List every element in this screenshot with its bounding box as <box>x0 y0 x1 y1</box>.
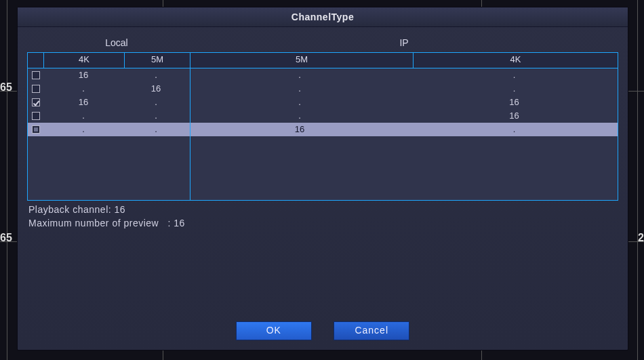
playback-value: 16 <box>115 204 126 215</box>
cell-local-5m: 16 <box>123 82 188 96</box>
cell-local-5m: . <box>123 109 188 123</box>
cell-ip-5m: 16 <box>188 123 411 136</box>
cancel-button[interactable]: Cancel <box>334 321 409 340</box>
playback-label: Playback channel: <box>28 204 111 215</box>
group-header-local: Local <box>43 37 190 52</box>
cell-local-5m: . <box>123 123 188 136</box>
channeltype-dialog: ChannelType Local IP 4K 5M 5M 4K 16 . . … <box>17 7 628 351</box>
cell-local-5m: . <box>123 96 188 109</box>
table-row[interactable]: . . 16 . <box>28 123 618 136</box>
cell-ip-5m: . <box>188 82 411 96</box>
info-block: Playback channel: 16 Maximum number of p… <box>28 204 185 231</box>
cell-ip-4k: . <box>411 123 618 136</box>
row-checkbox[interactable] <box>28 82 43 96</box>
col-header-ip-5m: 5M <box>190 53 414 68</box>
col-header-checkbox <box>28 53 44 68</box>
cell-local-4k: . <box>43 82 123 96</box>
preview-sep: : <box>167 218 170 228</box>
group-header-ip: IP <box>190 37 618 52</box>
dialog-button-row: OK Cancel <box>18 321 628 340</box>
cell-local-4k: 16 <box>43 96 123 109</box>
cell-ip-4k: . <box>411 68 618 82</box>
ok-button[interactable]: OK <box>236 321 312 340</box>
dialog-title: ChannelType <box>18 7 628 27</box>
row-checkbox[interactable] <box>28 123 43 136</box>
cell-ip-4k: . <box>411 82 618 96</box>
cell-local-4k: . <box>43 123 123 136</box>
cell-local-5m: . <box>123 68 188 82</box>
preview-label: Maximum number of preview <box>28 218 159 228</box>
row-checkbox[interactable] <box>28 109 43 123</box>
column-header-row: 4K 5M 5M 4K <box>27 52 618 68</box>
channel-table: Local IP 4K 5M 5M 4K 16 . . . . 16 . <box>27 37 618 201</box>
table-row[interactable]: 16 . . . <box>28 68 618 82</box>
col-header-ip-4k: 4K <box>414 53 618 68</box>
table-row[interactable]: . 16 . . <box>28 82 618 96</box>
cell-local-4k: . <box>43 109 123 123</box>
table-row[interactable]: 16 . . 16 <box>28 96 618 109</box>
row-checkbox[interactable] <box>28 96 43 109</box>
cell-ip-5m: . <box>188 96 411 109</box>
max-preview-line: Maximum number of preview : 16 <box>28 218 185 228</box>
cell-ip-5m: . <box>188 68 411 82</box>
cell-ip-4k: 16 <box>411 109 618 123</box>
cell-local-4k: 16 <box>43 68 123 82</box>
col-header-local-4k: 4K <box>44 53 125 68</box>
cell-ip-5m: . <box>188 109 411 123</box>
col-header-local-5m: 5M <box>125 53 190 68</box>
table-row[interactable]: . . . 16 <box>28 109 618 123</box>
group-header-row: Local IP <box>27 37 618 52</box>
table-body: 16 . . . . 16 . . 16 . . 16 . <box>27 68 618 201</box>
preview-value: 16 <box>174 218 185 228</box>
row-checkbox[interactable] <box>28 68 43 82</box>
playback-channel-line: Playback channel: 16 <box>28 204 185 215</box>
cell-ip-4k: 16 <box>411 96 618 109</box>
